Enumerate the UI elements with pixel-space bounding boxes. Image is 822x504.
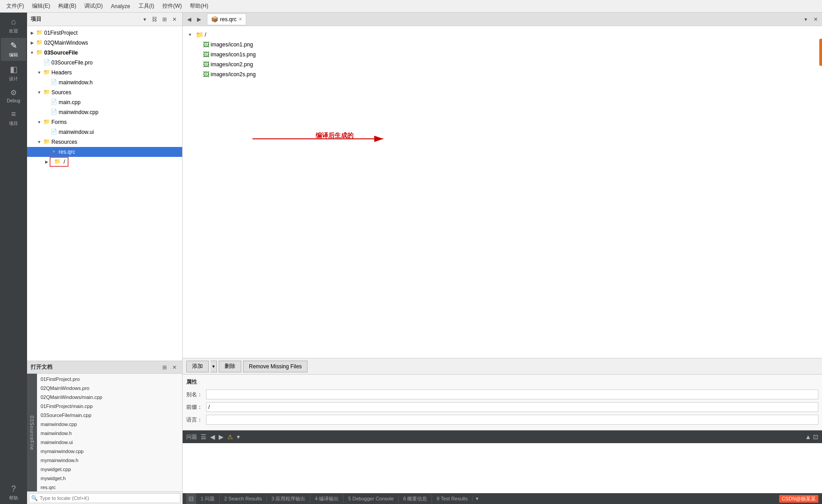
status-left: ⊟ 1 问题 2 Search Results 3 应用程序输出 4 编译输出 — [186, 493, 482, 504]
tree-item-mainwindow-ui[interactable]: 📄 mainwindow.ui — [27, 127, 182, 137]
tree-item-slash-folder[interactable]: ▶ 📁 / — [27, 157, 182, 167]
prop-row-prefix: 前缀： — [186, 401, 818, 413]
tree-item-02qmain[interactable]: ▶ 📁 02QMainWindows — [27, 38, 182, 48]
add-button[interactable]: 添加 — [186, 361, 209, 372]
res-tree-item-icon1[interactable]: 🖼 images/icon1.png — [186, 40, 818, 50]
res-tree-item-icon1s[interactable]: 🖼 images/icon1s.png — [186, 50, 818, 60]
menu-edit[interactable]: 编辑(E) — [28, 1, 54, 11]
sidebar-item-help[interactable]: ? 帮助 — [1, 481, 26, 504]
tab-dropdown-btn[interactable]: ▾ — [801, 15, 810, 24]
tree-label-mainwindow-ui: mainwindow.ui — [59, 129, 94, 135]
tab-filename: res.qrc — [220, 16, 237, 23]
sidebar-item-debug[interactable]: ⚙ Debug — [1, 86, 26, 106]
expand-forms: ▼ — [36, 119, 42, 125]
tree-item-resources[interactable]: ▼ 📁 Resources — [27, 137, 182, 147]
problems-list-icon[interactable]: ☰ — [201, 433, 207, 440]
tree-item-01first[interactable]: ▶ 📁 01FirstProject — [27, 28, 182, 38]
add-dropdown-btn[interactable]: ▼ — [211, 361, 217, 372]
tab-qrc-icon: 📦 — [211, 16, 218, 23]
tab-forward-btn[interactable]: ▶ — [194, 15, 203, 24]
res-tree-item-icon2[interactable]: 🖼 images/icon2.png — [186, 60, 818, 69]
filter-icon[interactable]: ▾ — [141, 15, 149, 23]
status-sidebar-toggle[interactable]: ⊟ — [186, 493, 196, 504]
open-docs-split-icon[interactable]: ⊞ — [161, 363, 169, 371]
open-doc-item[interactable]: mainwindow.ui — [37, 438, 182, 447]
menu-help[interactable]: 帮助(H) — [186, 1, 212, 11]
tree-item-forms[interactable]: ▼ 📁 Forms — [27, 117, 182, 127]
sidebar-item-edit[interactable]: ✎ 编辑 — [1, 38, 26, 61]
open-doc-item[interactable]: mainwindow.cpp — [37, 420, 182, 429]
status-tab-problems[interactable]: 1 问题 — [196, 495, 220, 503]
prop-alias-input[interactable] — [206, 389, 818, 399]
res-tree-item-icon2s[interactable]: 🖼 images/icon2s.png — [186, 69, 818, 79]
tab-close-all-btn[interactable]: ✕ — [811, 15, 820, 24]
res-tree-label-icon1: images/icon1.png — [211, 41, 253, 48]
expand-03source: ▼ — [29, 50, 35, 56]
problems-expand-icon[interactable]: ⊡ — [813, 433, 818, 440]
delete-button[interactable]: 删除 — [219, 361, 241, 372]
tab-back-btn[interactable]: ◀ — [184, 15, 193, 24]
remove-missing-button[interactable]: Remove Missing Files — [243, 361, 308, 372]
open-doc-item[interactable]: 03SourceFile/main.cpp — [37, 411, 182, 420]
open-doc-item[interactable]: mymainwindow.h — [37, 456, 182, 465]
sidebar-item-help-label: 帮助 — [9, 495, 18, 501]
prop-row-alias: 别名： — [186, 389, 818, 400]
link-icon[interactable]: ⛓ — [151, 15, 159, 23]
tree-item-03source[interactable]: ▼ 📁 03SourceFile — [27, 48, 182, 58]
menu-tools[interactable]: 工具(I) — [135, 1, 158, 11]
tree-item-res-qrc[interactable]: 🔸 res.qrc — [27, 147, 182, 157]
tree-item-headers[interactable]: ▼ 📁 Headers — [27, 68, 182, 78]
tree-item-main-cpp[interactable]: 📄 main.cpp — [27, 97, 182, 107]
close-panel-icon[interactable]: ✕ — [170, 15, 179, 23]
open-doc-item[interactable]: 02QMainWindows/main.cpp — [37, 393, 182, 402]
status-tab-appoutput[interactable]: 3 应用程序输出 — [267, 495, 310, 503]
menu-analyze[interactable]: Analyze — [107, 2, 134, 11]
status-tab-compile[interactable]: 4 编译输出 — [310, 495, 344, 503]
menu-controls[interactable]: 控件(W) — [159, 1, 185, 11]
search-input[interactable] — [40, 495, 178, 501]
tree-item-mainwindow-cpp[interactable]: 📄 mainwindow.cpp — [27, 107, 182, 117]
problems-back-icon[interactable]: ◀ — [210, 433, 215, 440]
tab-res-qrc[interactable]: 📦 res.qrc ✕ — [207, 14, 246, 25]
open-doc-item[interactable]: 01FirstProject.pro — [37, 375, 182, 384]
open-docs-close-icon[interactable]: ✕ — [170, 363, 179, 371]
project-tree: ▶ 📁 01FirstProject ▶ 📁 02QMainWindows ▼ … — [27, 26, 182, 361]
status-tab-overview[interactable]: 6 概要信息 — [399, 495, 432, 503]
open-doc-item[interactable]: mymainwindow.cpp — [37, 447, 182, 456]
tree-item-03source-pro[interactable]: 📄 03SourceFile.pro — [27, 58, 182, 68]
split-icon[interactable]: ⊞ — [161, 15, 169, 23]
open-doc-item[interactable]: mywidget.cpp — [37, 465, 182, 474]
tab-close-btn[interactable]: ✕ — [239, 17, 242, 22]
status-tab-testresults[interactable]: 8 Test Results — [432, 495, 473, 502]
open-doc-item[interactable]: mywidget.h — [37, 474, 182, 483]
problems-collapse-icon[interactable]: ▲ — [805, 433, 811, 440]
open-doc-item[interactable]: 01FirstProject/main.cpp — [37, 402, 182, 411]
sidebar-item-welcome[interactable]: ⌂ 欢迎 — [1, 14, 26, 37]
tree-item-mainwindow-h[interactable]: 📄 mainwindow.h — [27, 78, 182, 87]
status-tab-debugger[interactable]: 5 Debugger Console — [344, 495, 399, 502]
menu-file[interactable]: 文件(F) — [3, 1, 28, 11]
status-tabs: 1 问题 2 Search Results 3 应用程序输出 4 编译输出 5 … — [196, 493, 482, 504]
resource-editor: ▼ 📁 / 🖼 images/icon1.png 🖼 images/icon1s… — [183, 26, 822, 430]
folder-icon-resources: 📁 — [43, 138, 51, 146]
sidebar-item-project[interactable]: ≡ 项目 — [1, 107, 26, 129]
sidebar-item-design[interactable]: ◧ 设计 — [1, 62, 26, 85]
open-doc-item[interactable]: mainwindow.h — [37, 429, 182, 438]
prop-language-input[interactable] — [206, 415, 818, 425]
menu-bar: 文件(F) 编辑(E) 构建(B) 调试(D) Analyze 工具(I) 控件… — [0, 0, 822, 13]
status-tabs-dropdown[interactable]: ▾ — [473, 493, 482, 504]
tree-item-sources[interactable]: ▼ 📁 Sources — [27, 87, 182, 97]
open-doc-item[interactable]: res.qrc — [37, 483, 182, 491]
status-tab-search[interactable]: 2 Search Results — [220, 495, 267, 502]
expand-slash-folder: ▶ — [43, 159, 50, 165]
prop-prefix-input[interactable] — [206, 402, 818, 412]
folder-icon-03source: 📁 — [36, 49, 43, 56]
open-doc-item[interactable]: 02QMainWindows.pro — [37, 384, 182, 393]
problems-filter-icon[interactable]: ▾ — [237, 433, 240, 440]
menu-debug[interactable]: 调试(D) — [81, 1, 106, 11]
res-tree-root[interactable]: ▼ 📁 / — [186, 30, 818, 40]
image-icon-icon1s: 🖼 — [203, 51, 209, 58]
problems-forward-icon[interactable]: ▶ — [219, 433, 224, 440]
expand-root-icon: ▼ — [188, 32, 194, 37]
menu-build[interactable]: 构建(B) — [55, 1, 80, 11]
